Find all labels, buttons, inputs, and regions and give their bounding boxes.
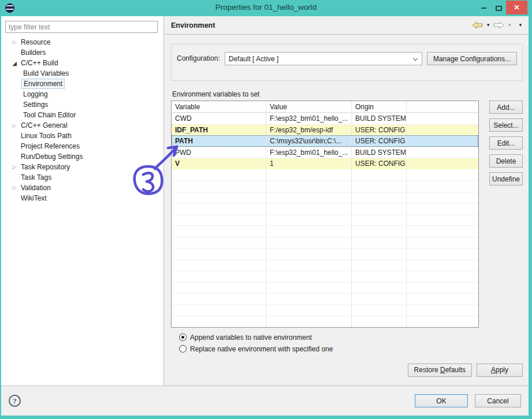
cancel-button[interactable]: Cancel (475, 394, 521, 407)
table-row-cwd[interactable]: CWD F:\esp32_bm\01_hello_... BUILD SYSTE… (172, 113, 478, 124)
window-title: Properties for 01_hello_world (0, 3, 532, 12)
tree-item-resource[interactable]: ▷Resource (1, 37, 163, 47)
ok-button[interactable]: OK (415, 394, 468, 407)
apply-button[interactable]: Apply (477, 364, 523, 377)
titlebar: Properties for 01_hello_world ✕ (0, 0, 532, 16)
forward-history-chevron-icon[interactable]: ▼ (507, 23, 512, 28)
table-row-idf-path[interactable]: IDF_PATH F:/esp32_bm/esp-idf USER: CONFI… (172, 124, 478, 136)
sidebar: ▷Resource Builders ◢C/C++ Build Build Va… (1, 16, 164, 385)
tree-item-wikitext[interactable]: WikiText (1, 193, 163, 203)
table-empty-row[interactable] (172, 305, 478, 316)
column-header-value[interactable]: Value (266, 101, 352, 112)
undefine-button[interactable]: Undefine (489, 172, 523, 186)
manage-configurations-button[interactable]: Manage Configurations... (427, 52, 517, 65)
restore-defaults-button[interactable]: Restore Defaults (408, 364, 472, 377)
tree-item-builders[interactable]: Builders (1, 47, 163, 58)
maximize-button[interactable] (491, 1, 506, 15)
radio-icon (179, 333, 187, 341)
tree-item-cpp-general[interactable]: ▷C/C++ General (1, 120, 163, 131)
help-icon[interactable]: ? (9, 395, 21, 407)
table-empty-row[interactable] (172, 180, 478, 192)
column-header-empty (407, 101, 478, 112)
environment-page: Environment ▼ ▼ ▼ Configuration: Def (164, 16, 529, 385)
minimize-button[interactable] (476, 1, 491, 15)
table-row-v[interactable]: V 1 USER: CONFIG (172, 158, 478, 169)
configuration-value: Default [ Active ] (229, 55, 279, 63)
table-empty-rows (172, 169, 478, 327)
table-action-buttons: Add... Select... Edit... Delete Undefine (489, 101, 523, 328)
table-empty-row[interactable] (172, 282, 478, 294)
back-arrow-icon[interactable] (472, 21, 483, 29)
tree-item-run-debug-settings[interactable]: Run/Debug Settings (1, 151, 163, 162)
add-button[interactable]: Add... (489, 101, 523, 114)
close-icon: ✕ (514, 3, 519, 12)
apply-row: Restore Defaults Apply (171, 364, 523, 377)
configuration-select[interactable]: Default [ Active ] (225, 52, 422, 65)
tree-item-tool-chain-editor[interactable]: Tool Chain Editor (1, 110, 163, 120)
table-caption: Environment variables to set (172, 90, 523, 98)
environment-mode-radios: Append variables to native environment R… (179, 332, 523, 355)
env-variables-table: Variable Value Origin CWD F:\esp32_bm\01… (171, 101, 479, 328)
collapsed-arrow-icon[interactable]: ▷ (10, 123, 19, 128)
view-menu-chevron-icon[interactable]: ▼ (518, 23, 523, 28)
table-empty-row[interactable] (172, 293, 478, 305)
tree-item-project-references[interactable]: Project References (1, 141, 163, 151)
expanded-arrow-icon[interactable]: ◢ (10, 60, 19, 66)
table-empty-row[interactable] (172, 237, 478, 249)
column-header-origin[interactable]: Origin (352, 101, 407, 112)
collapsed-arrow-icon[interactable]: ▷ (10, 185, 19, 191)
edit-button[interactable]: Edit... (489, 136, 523, 150)
column-header-variable[interactable]: Variable (172, 101, 266, 112)
collapsed-arrow-icon[interactable]: ▷ (10, 39, 19, 45)
tree-item-validation[interactable]: ▷Validation (1, 183, 163, 193)
collapsed-arrow-icon[interactable]: ▷ (10, 164, 19, 170)
table-row-path-selected[interactable]: PATH C:\msys32\usr\bin;C:\... USER: CONF… (172, 135, 478, 147)
radio-icon (179, 345, 187, 353)
table-empty-row[interactable] (172, 225, 478, 237)
table-empty-row[interactable] (172, 259, 478, 271)
tree-item-task-repository[interactable]: ▷Task Repository (1, 162, 163, 172)
configuration-group: Configuration: Default [ Active ] Manage… (171, 44, 523, 81)
tree-item-environment[interactable]: Environment (1, 79, 163, 89)
tree-item-build-variables[interactable]: Build Variables (1, 68, 163, 79)
table-empty-row[interactable] (172, 169, 478, 181)
tree-item-linux-tools-path[interactable]: Linux Tools Path (1, 131, 163, 141)
back-history-chevron-icon[interactable]: ▼ (486, 23, 490, 28)
dialog-footer: ? OK Cancel (1, 385, 529, 416)
replace-environment-radio[interactable]: Replace native environment with specifie… (179, 343, 523, 355)
append-variables-radio[interactable]: Append variables to native environment (179, 332, 523, 343)
table-empty-row[interactable] (172, 203, 478, 214)
table-empty-row[interactable] (172, 248, 478, 259)
chevron-down-icon (414, 57, 418, 61)
page-header: Environment ▼ ▼ ▼ (164, 16, 529, 35)
table-empty-row[interactable] (172, 270, 478, 282)
table-row-pwd[interactable]: PWD F:\esp32_bm\01_hello_... BUILD SYSTE… (172, 147, 478, 158)
tree-item-cpp-build[interactable]: ◢C/C++ Build (1, 58, 163, 68)
filter-input[interactable] (5, 21, 158, 33)
select-button[interactable]: Select... (489, 118, 523, 132)
settings-tree: ▷Resource Builders ◢C/C++ Build Build Va… (1, 37, 163, 203)
tree-item-task-tags[interactable]: Task Tags (1, 172, 163, 183)
table-header-row: Variable Value Origin (172, 101, 478, 113)
tree-item-settings[interactable]: Settings (1, 99, 163, 110)
close-button[interactable]: ✕ (506, 1, 527, 14)
table-empty-row[interactable] (172, 316, 478, 327)
table-empty-row[interactable] (172, 214, 478, 226)
page-title: Environment (171, 21, 215, 29)
tree-item-logging[interactable]: Logging (1, 89, 163, 99)
forward-arrow-icon[interactable] (493, 21, 504, 29)
properties-dialog: Properties for 01_hello_world ✕ ▷Resourc… (0, 0, 532, 419)
configuration-label: Configuration: (177, 52, 220, 65)
delete-button[interactable]: Delete (489, 154, 523, 168)
table-empty-row[interactable] (172, 192, 478, 203)
